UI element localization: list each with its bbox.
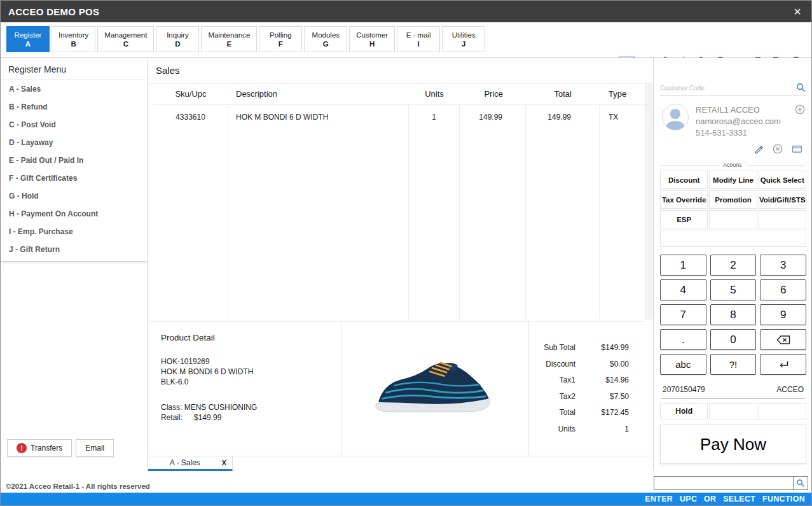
avatar [661,103,689,131]
column-header-total: Total [526,89,600,99]
column-header-type: Type [600,89,645,99]
close-button[interactable]: × [791,5,804,18]
edit-customer-icon[interactable] [754,144,764,154]
backspace-icon [776,335,790,345]
action-esp[interactable]: ESP [660,210,708,228]
vertical-scrollbar[interactable] [645,83,653,320]
key-4[interactable]: 4 [660,279,706,300]
key-0[interactable]: 0 [710,329,757,350]
search-icon [796,479,805,488]
key-3[interactable]: 3 [760,255,806,276]
tab-inquiry[interactable]: InquiryD [156,26,199,52]
key-2[interactable]: 2 [710,255,757,276]
hold-button[interactable]: Hold [660,403,708,419]
action-tax-override[interactable]: Tax Override [660,190,708,209]
total-row-tax1: Tax1$14.96 [529,376,629,392]
sidebar-item-sales[interactable]: A - Sales [1,80,148,98]
customer-phone: 514-631-3331 [696,127,781,139]
total-row-units: Units1 [529,425,629,441]
action-quick-select[interactable]: Quick Select [759,171,806,189]
status-text: ENTER UPC OR SELECT FUNCTION [645,495,805,503]
clear-customer-icon[interactable] [773,144,783,154]
footer-search-button[interactable] [793,477,808,489]
product-image-area [341,321,528,456]
status-bar: ENTER UPC OR SELECT FUNCTION [1,493,811,505]
key-7[interactable]: 7 [660,304,706,325]
shoe-image [370,349,500,420]
table-row[interactable]: 4333610 HOK M BONDI 6 D WIDTH 1 149.99 1… [153,105,645,320]
tab-modules[interactable]: ModulesG [304,26,347,52]
customer-panel: RETAIL1 ACCEO namorosa@acceo.com 514-631… [653,58,811,471]
tab-utilities[interactable]: UtilitiesJ [442,26,485,52]
customer-search-icon[interactable] [795,82,806,93]
page-title: Sales [148,58,653,83]
entry-display: 2070150479 ACCEO [661,381,805,399]
tab-register[interactable]: RegisterA [6,26,50,52]
footer-search [654,476,808,490]
key-9[interactable]: 9 [760,304,806,325]
customer-code-input[interactable] [660,84,795,92]
key-6[interactable]: 6 [760,279,806,300]
sidebar-item-paid-out-in[interactable]: E - Paid Out / Paid In [1,151,148,169]
column-header-price: Price [460,89,526,99]
footer-search-input[interactable] [654,477,793,489]
customer-info: RETAIL1 ACCEO namorosa@acceo.com 514-631… [696,103,781,139]
entry-store: ACCEO [776,385,804,394]
sidebar-item-gift-return[interactable]: J - Gift Return [1,241,148,258]
sidebar-item-refund[interactable]: B - Refund [1,98,148,116]
cell-units: 1 [409,105,460,320]
alert-icon: ! [17,443,27,453]
action-empty [709,210,757,228]
action-promotion[interactable]: Promotion [709,190,757,209]
column-header-sku: Sku/Upc [153,89,228,99]
key-symbols[interactable]: ?! [710,354,757,375]
key-1[interactable]: 1 [660,255,706,276]
register-menu-list: A - Sales B - Refund C - Post Void D - L… [1,80,148,262]
key-5[interactable]: 5 [710,279,757,300]
nav-tabs: RegisterA InventoryB ManagementC Inquiry… [6,26,485,52]
pay-now-button[interactable]: Pay Now [660,425,806,464]
key-8[interactable]: 8 [710,304,757,325]
tab-close-button[interactable]: X [222,459,232,467]
close-icon: × [794,4,801,18]
product-detail-text: Product Detail HOK-1019269 HOK M BONDI 6… [148,321,341,456]
tab-polling[interactable]: PollingF [259,26,302,52]
copyright-text: ©2021 Acceo Retail-1 - All rights reserv… [6,482,150,490]
product-class: Class: MENS CUSHIONING [161,402,328,412]
tab-inventory[interactable]: InventoryB [52,26,95,52]
tab-a-sales[interactable]: A - Sales X [148,456,233,471]
sidebar-item-gift-certificates[interactable]: F - Gift Certificates [1,169,148,187]
key-abc[interactable]: abc [660,354,706,375]
key-enter[interactable] [760,354,806,375]
tab-customer[interactable]: CustomerH [349,26,395,52]
sidebar-item-layaway[interactable]: D - Layaway [1,134,148,151]
email-button[interactable]: Email [76,439,114,457]
tab-email[interactable]: E - mailI [397,26,440,52]
add-customer-icon[interactable] [795,104,805,115]
action-void-gift-sts[interactable]: Void/Gift/STS [759,190,806,209]
cell-type: TX [600,105,645,320]
totals-panel: Sub Total$149.99 Discount$0.00 Tax1$14.9… [528,321,645,456]
register-menu-title: Register Menu [1,58,148,80]
key-backspace[interactable] [760,329,806,350]
key-decimal[interactable]: . [660,329,706,350]
cell-total: 149.99 [526,105,600,320]
column-header-description: Description [228,89,409,99]
hold-row: Hold [660,403,806,419]
product-description: HOK M BONDI 6 D WIDTH [161,367,328,377]
action-discount[interactable]: Discount [660,171,708,189]
hold-row-empty [709,403,757,419]
customer-card-icon[interactable] [792,144,802,154]
sidebar-item-hold[interactable]: G - Hold [1,187,148,205]
action-modify-line[interactable]: Modify Line [709,171,757,189]
sidebar-item-emp-purchase[interactable]: I - Emp. Purchase [1,223,148,241]
customer-name: RETAIL1 ACCEO [696,104,781,116]
sidebar: Register Menu A - Sales B - Refund C - P… [1,58,148,471]
tab-maintenance[interactable]: MaintenanceE [201,26,257,52]
transfers-button[interactable]: ! Transfers [7,439,72,457]
total-row-subtotal: Sub Total$149.99 [529,343,629,360]
sidebar-item-payment-on-account[interactable]: H - Payment On Account [1,205,148,223]
tab-management[interactable]: ManagementC [97,26,154,52]
sidebar-item-post-void[interactable]: C - Post Void [1,116,148,134]
document-tab-strip: A - Sales X [148,456,653,471]
